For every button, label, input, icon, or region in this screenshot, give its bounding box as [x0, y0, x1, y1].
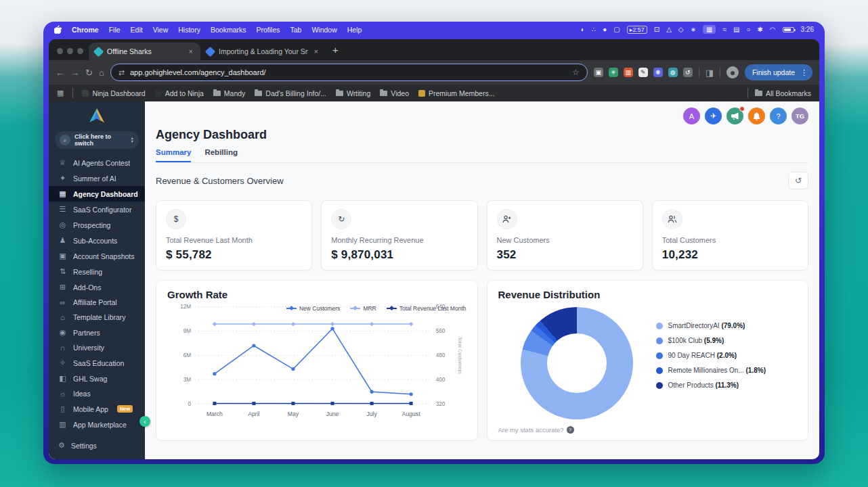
search-icon[interactable]: ○: [746, 26, 750, 33]
sidebar-item-saas-education[interactable]: ✧SaaS Education: [49, 355, 145, 371]
bookmark-star-icon[interactable]: ☆: [572, 68, 580, 77]
grammarly-icon[interactable]: ●: [603, 26, 607, 33]
bookmark-wrtiting[interactable]: Wrtiting: [336, 89, 370, 97]
announcements-icon[interactable]: [726, 108, 743, 124]
bookmark-ninja-dashboard[interactable]: Ninja Dashboard: [82, 89, 145, 97]
globe-ext-icon[interactable]: ◍: [668, 68, 678, 77]
all-bookmarks-button[interactable]: All Bookmarks: [755, 89, 811, 97]
tab-close-icon[interactable]: ×: [313, 47, 320, 55]
sidebar-item-add-ons[interactable]: ⊞Add-Ons: [49, 279, 145, 295]
sidebar-item-affiliate-portal[interactable]: ∞Affiliate Portal: [49, 295, 145, 310]
apps-grid-icon[interactable]: ▦: [57, 89, 64, 97]
page-icon: [418, 90, 425, 97]
drive-icon[interactable]: △: [666, 26, 672, 33]
kebab-menu-icon[interactable]: ⋮: [798, 68, 810, 77]
sidebar-item-label: Mobile App: [73, 405, 108, 413]
menu-item-file[interactable]: File: [109, 26, 121, 34]
camera-ext-icon[interactable]: ▣: [594, 68, 603, 77]
menu-item-window[interactable]: Window: [311, 26, 337, 34]
home-button[interactable]: ⌂: [99, 68, 104, 77]
menu-item-profiles[interactable]: Profiles: [256, 26, 280, 34]
mac-screen: ChromeFileEditViewHistoryBookmarksProfil…: [43, 22, 825, 464]
tab-summary[interactable]: Summary: [156, 148, 191, 162]
sidebar-item-account-snapshots[interactable]: ▣Account Snapshots: [49, 248, 145, 264]
keyboard-icon[interactable]: ▦: [703, 25, 716, 34]
pen-ext-icon[interactable]: ✎: [638, 68, 648, 77]
timer-icon[interactable]: ▸2:57: [627, 26, 647, 34]
sidebar-item-ghl-swag[interactable]: ◧GHL Swag: [49, 371, 145, 386]
screen-mirroring-icon[interactable]: ◐: [581, 26, 585, 33]
launchpad-icon[interactable]: ✈: [705, 108, 722, 124]
browser-tab-2[interactable]: Importing & Loading Your Sna×: [200, 43, 326, 60]
bookmark-dad-s-billing-info-[interactable]: Dad's Billing Info/...: [255, 89, 326, 97]
legend-item-new-customers: New Customers: [286, 305, 340, 312]
stage-manager-icon[interactable]: ⊡: [654, 26, 659, 33]
bluetooth-icon[interactable]: ∗: [691, 26, 696, 33]
translate-icon[interactable]: A: [683, 108, 700, 124]
tab-close-icon[interactable]: ×: [188, 47, 194, 55]
sidebar-item-settings[interactable]: ⚙ Settings: [49, 434, 145, 459]
sidebar-item-agency-dashboard[interactable]: ▦Agency Dashboard: [49, 186, 145, 202]
close-window-button[interactable]: [57, 48, 63, 54]
sidebar-item-app-marketplace[interactable]: ▥App Marketplace: [49, 417, 145, 432]
wifi-icon[interactable]: ◠: [770, 26, 776, 33]
menu-item-help[interactable]: Help: [347, 26, 362, 34]
back-button[interactable]: ←: [56, 68, 64, 77]
menu-item-view[interactable]: View: [153, 26, 169, 34]
swirl-ext-icon[interactable]: ❋: [653, 68, 663, 77]
forward-button[interactable]: →: [70, 68, 79, 77]
sidebar-item-ideas[interactable]: ☼Ideas: [49, 386, 145, 401]
sidebar-item-saas-configurator[interactable]: ☰SaaS Configurator: [49, 202, 145, 217]
browser-tab-1[interactable]: Offline Sharks×: [89, 43, 200, 60]
bookmark-add-to-ninja[interactable]: Add to Ninja: [155, 89, 204, 97]
profile-avatar[interactable]: ☻: [726, 66, 739, 78]
bookmark-video[interactable]: Video: [380, 89, 409, 97]
meet-icon[interactable]: ▢: [613, 26, 620, 33]
display-icon[interactable]: ▤: [733, 26, 739, 33]
menu-item-tab[interactable]: Tab: [290, 26, 301, 34]
help-icon[interactable]: ?: [770, 108, 787, 124]
help-circle-icon[interactable]: ?: [567, 426, 574, 434]
battery-icon: [783, 27, 794, 32]
address-bar[interactable]: ⇄ app.gohighlevel.com/agency_dashboard/ …: [110, 64, 588, 81]
sidebar-item-template-library[interactable]: ⌂Template Library: [49, 310, 145, 325]
menu-item-bookmarks[interactable]: Bookmarks: [211, 26, 246, 34]
account-switcher[interactable]: ⌕ Click here to switch ▲▼: [55, 131, 139, 149]
tab-rebilling[interactable]: Rebilling: [204, 148, 238, 162]
minimize-window-button[interactable]: [67, 48, 73, 54]
sidebar-item-mobile-app[interactable]: ▯Mobile AppNew: [49, 401, 145, 417]
new-tab-button[interactable]: +: [326, 44, 345, 60]
wheel-ext-icon[interactable]: ✳: [609, 68, 618, 77]
sidebar-item-reselling[interactable]: ⇅Reselling: [49, 264, 145, 279]
zoom-window-button[interactable]: [77, 48, 83, 54]
ideas-icon: ☼: [58, 390, 67, 398]
legend-item-mrr: MRR: [350, 305, 376, 312]
sidebar-item-ai-agents-contest[interactable]: ♕AI Agents Contest: [49, 155, 145, 170]
menu-item-history[interactable]: History: [178, 26, 200, 34]
loop-ext-icon[interactable]: ↺: [683, 68, 693, 77]
reload-button[interactable]: ↻: [85, 68, 93, 77]
sidebar-item-university[interactable]: ∩University: [49, 340, 145, 355]
sidebar-item-prospecting[interactable]: ◎Prospecting: [49, 217, 145, 233]
avatar[interactable]: TG: [791, 108, 808, 124]
dropbox-icon[interactable]: ◇: [678, 26, 684, 33]
window-controls[interactable]: [54, 48, 89, 60]
bookmark-mandy[interactable]: Mandy: [213, 89, 246, 97]
finish-update-button[interactable]: Finish update ⋮: [745, 64, 812, 80]
site-settings-icon[interactable]: ⇄: [118, 68, 125, 77]
refresh-button[interactable]: ↺: [788, 172, 808, 189]
sidebar-item-sub-accounts[interactable]: ♟Sub-Accounts: [49, 233, 145, 248]
bookmark-premium-members-[interactable]: Premium Members...: [418, 89, 494, 97]
menu-item-chrome[interactable]: Chrome: [72, 26, 99, 34]
sidebar-item-summer-of-ai[interactable]: ✦Summer of AI: [49, 170, 145, 186]
link-icon[interactable]: ≈: [722, 26, 726, 33]
apple-menu-icon[interactable]: [54, 25, 62, 34]
notifications-bell-icon[interactable]: [748, 108, 765, 124]
onepassword-icon[interactable]: ✱: [757, 26, 762, 33]
sidebar-item-partners[interactable]: ◉Partners: [49, 325, 145, 340]
menu-item-edit[interactable]: Edit: [131, 26, 143, 34]
cluster-icon[interactable]: ∴: [592, 26, 596, 33]
reader-ext-icon[interactable]: ▥: [624, 68, 633, 77]
url-text[interactable]: app.gohighlevel.com/agency_dashboard/: [130, 68, 567, 76]
side-panel-icon[interactable]: ◨: [706, 68, 714, 77]
